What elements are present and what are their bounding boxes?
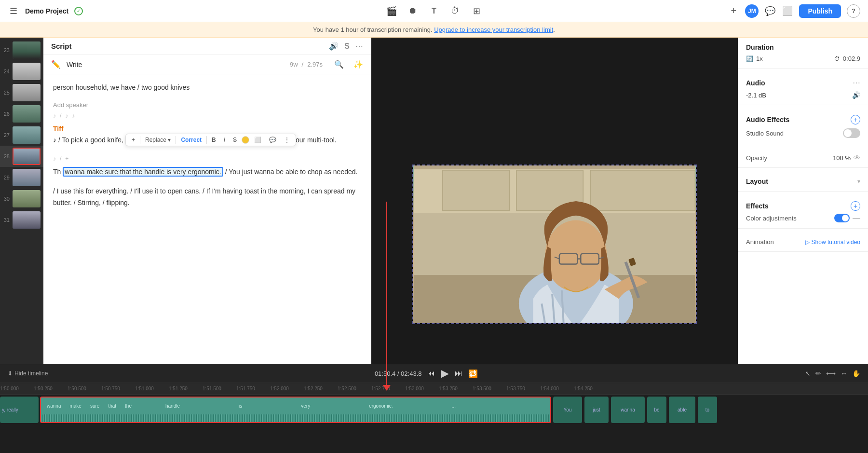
filmstrip-item[interactable]: 23 xyxy=(0,40,43,61)
clip-word: wanna xyxy=(43,403,65,409)
color-adj-toggle[interactable] xyxy=(834,214,850,222)
script-text-highlighted[interactable]: ♪/+ Th wanna make sure that the handle i… xyxy=(53,154,361,178)
effects-add-btn[interactable]: + xyxy=(851,201,860,211)
ruler-mark: 1:54.000 xyxy=(540,386,559,391)
add-icon[interactable]: + xyxy=(728,5,739,17)
bold-btn[interactable]: B xyxy=(209,136,219,144)
clip-word: to xyxy=(705,407,709,412)
filmstrip-item[interactable]: 31 xyxy=(0,209,43,231)
write-label: Write xyxy=(67,61,82,69)
eye-icon[interactable]: 👁 xyxy=(854,154,860,162)
layout-chevron[interactable]: ▾ xyxy=(857,178,860,185)
hand-tool[interactable]: ✋ xyxy=(852,370,860,377)
clip-you[interactable]: You xyxy=(553,397,582,423)
hide-label: Hide timeline xyxy=(14,370,48,377)
italic-btn[interactable]: I xyxy=(221,136,228,144)
hide-timeline-btn[interactable]: ⬇ Hide timeline xyxy=(8,370,48,377)
speaker-tiff: Tiff xyxy=(53,125,361,133)
color-picker[interactable] xyxy=(242,136,249,144)
ruler-mark: 1:51.500 xyxy=(203,386,221,391)
filmstrip-item[interactable]: 24 xyxy=(0,61,43,82)
filmstrip-item[interactable]: 27 xyxy=(0,124,43,146)
help-button[interactable]: ? xyxy=(847,4,860,18)
publish-button[interactable]: Publish xyxy=(799,4,841,18)
layout-title: Layout xyxy=(746,178,768,185)
magic-icon[interactable]: ✨ xyxy=(353,60,363,69)
clip-word: ... xyxy=(423,403,485,409)
banner-text: You have 1 hour of transcription remaini… xyxy=(313,26,432,33)
volume-icon[interactable]: 🔊 xyxy=(329,41,339,51)
chat-icon[interactable]: 💬 xyxy=(764,5,776,17)
clip-pre[interactable]: y, really xyxy=(0,397,39,423)
clip-wanna[interactable]: wanna xyxy=(611,397,645,423)
select-tool[interactable]: ↖ xyxy=(805,370,811,377)
filmstrip-item[interactable]: 26 xyxy=(0,103,43,124)
ruler-mark: 1:50.000 xyxy=(0,386,19,391)
skip-back-btn[interactable]: ⏮ xyxy=(427,369,435,378)
highlighted-span[interactable]: wanna make sure that the handle is very … xyxy=(63,167,223,177)
project-name: Demo Project xyxy=(25,7,68,15)
s-icon[interactable]: S xyxy=(344,42,350,51)
more-options-icon[interactable]: ⋯ xyxy=(355,41,363,51)
text-icon[interactable]: T xyxy=(428,5,440,17)
clip-able[interactable]: able xyxy=(669,397,695,423)
time-value: 0:02.9 xyxy=(843,55,860,62)
more-btn[interactable]: ⋮ xyxy=(281,136,293,144)
add-speaker[interactable]: Add speaker xyxy=(53,101,361,109)
edit-tool[interactable]: ✏ xyxy=(815,370,821,377)
clip-to[interactable]: to xyxy=(698,397,717,423)
clip-word: the xyxy=(121,403,136,409)
script-tab-header: Script 🔊 S ⋯ xyxy=(43,38,371,55)
video-icon[interactable]: 🎬 xyxy=(386,5,397,17)
clip-word: that xyxy=(104,403,120,409)
upgrade-link[interactable]: Upgrade to increase your transcription l… xyxy=(434,26,553,33)
script-meta: 9w / 2.97s xyxy=(290,61,323,68)
studio-sound-toggle[interactable] xyxy=(843,128,860,138)
filmstrip-item[interactable]: 25 xyxy=(0,82,43,103)
audio-title: Audio xyxy=(746,79,765,87)
ripple-tool[interactable]: ⟷ xyxy=(826,370,836,377)
timer-icon[interactable]: ⏱ xyxy=(449,5,461,17)
loop-btn[interactable]: 🔁 xyxy=(468,369,478,378)
filmstrip-item[interactable]: 30 xyxy=(0,188,43,209)
script-text-intro[interactable]: person household, we have / two good kni… xyxy=(53,82,361,94)
comment-btn[interactable]: 💬 xyxy=(266,136,279,144)
topbar: ☰ Demo Project ✓ 🎬 ⏺ T ⏱ ⊞ + JM 💬 ⬜ Publ… xyxy=(0,0,868,22)
replace-btn[interactable]: Replace ▾ xyxy=(142,136,174,144)
user-avatar[interactable]: JM xyxy=(745,4,759,18)
format-btn[interactable]: ⬜ xyxy=(251,136,264,144)
effects-title-row: Effects + xyxy=(746,201,860,211)
main-clip[interactable]: wanna make sure that the handle is very … xyxy=(40,397,551,423)
correct-btn[interactable]: Correct xyxy=(178,136,204,144)
grid-icon[interactable]: ⊞ xyxy=(471,5,482,17)
strikethrough-btn[interactable]: S xyxy=(230,136,240,144)
trim-tool[interactable]: ↔ xyxy=(841,370,847,377)
skip-fwd-btn[interactable]: ⏭ xyxy=(455,369,462,378)
audio-section: Audio ⋯ -2.1 dB 🔊 xyxy=(738,69,868,105)
filmstrip-item-selected[interactable]: 28 xyxy=(0,146,43,167)
studio-sound-label: Studio Sound xyxy=(746,130,784,137)
tutorial-link[interactable]: ▷ Show tutorial video xyxy=(805,239,860,246)
play-icon: ▷ xyxy=(805,239,810,246)
clip-be[interactable]: be xyxy=(647,397,666,423)
script-text-last[interactable]: / I use this for everything. / I'll use … xyxy=(53,186,361,209)
search-icon[interactable]: 🔍 xyxy=(334,60,344,69)
record-icon[interactable]: ⏺ xyxy=(407,5,419,17)
playback-controls: ⏮ ▶ ⏭ 🔁 xyxy=(427,367,478,380)
audio-more-btn[interactable]: ⋯ xyxy=(853,78,860,87)
menu-icon[interactable]: ☰ xyxy=(8,5,19,17)
layout-icon[interactable]: ⬜ xyxy=(782,5,793,17)
filmstrip-item[interactable]: 29 xyxy=(0,167,43,188)
music-icon: ♪ xyxy=(53,112,56,119)
play-btn[interactable]: ▶ xyxy=(441,367,449,380)
add-toolbar-btn[interactable]: + xyxy=(129,136,138,144)
note-icon: ♪ xyxy=(65,112,68,119)
ruler-mark: 1:53.500 xyxy=(473,386,491,391)
color-adj-minus[interactable]: — xyxy=(853,214,860,222)
clip-word: make xyxy=(66,403,85,409)
ruler-mark: 1:51.000 xyxy=(135,386,154,391)
audio-icon[interactable]: 🔊 xyxy=(852,91,860,99)
svg-rect-2 xyxy=(414,165,695,169)
audio-effects-add-btn[interactable]: + xyxy=(851,115,860,124)
clip-just[interactable]: just xyxy=(584,397,609,423)
